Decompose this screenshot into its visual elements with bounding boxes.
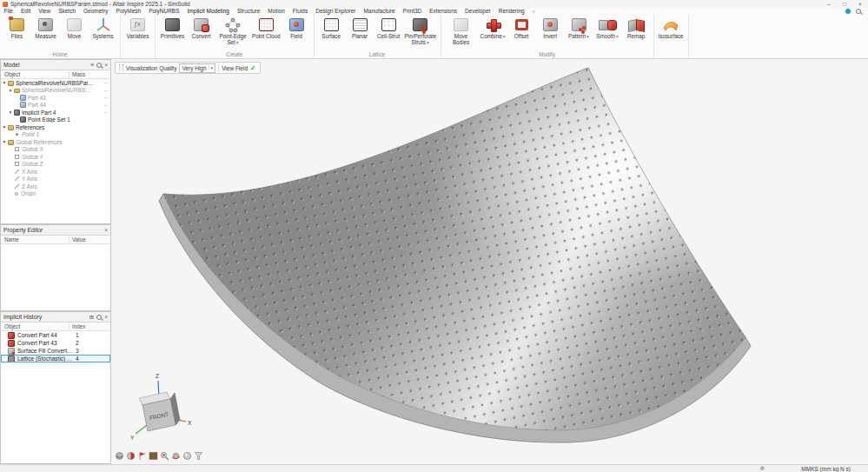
ribbon-convert-button[interactable]: Convert — [187, 16, 215, 50]
orbit-icon[interactable] — [171, 451, 181, 461]
menu-polymesh[interactable]: PolyMesh — [112, 8, 145, 15]
tree-row[interactable]: Part 44 -- — [1, 102, 110, 110]
expander-icon[interactable]: ▾ — [2, 80, 7, 85]
plane-checkbox-icon[interactable] — [15, 147, 19, 151]
ribbon-surface-button[interactable]: Surface — [317, 16, 346, 50]
tree-row[interactable]: ▾ Global References — [1, 138, 110, 146]
menu-print3d[interactable]: Print3D — [399, 8, 426, 15]
tree-row[interactable]: Point 1 — [1, 131, 110, 139]
expander-icon[interactable]: ▾ — [8, 110, 13, 115]
ribbon-files-button[interactable]: Files — [3, 16, 31, 50]
ribbon-move-button[interactable]: Move — [60, 16, 89, 50]
history-row[interactable]: Convert Part 43 2 — [1, 339, 110, 347]
shaded-sphere-icon[interactable] — [182, 451, 192, 461]
tree-row[interactable]: ▾ Implicit Part 4 -- — [1, 109, 110, 116]
ribbon-planar-button[interactable]: Planar — [346, 16, 374, 50]
menu-edit[interactable]: Edit — [17, 8, 34, 15]
ribbon-variables-button[interactable]: Variables — [123, 16, 152, 50]
ribbon-systems-button[interactable]: Systems — [89, 16, 117, 50]
minimize-button[interactable]: – — [821, 0, 837, 8]
ribbon-field-button[interactable]: Field — [282, 16, 311, 50]
grid-options-icon[interactable]: ⊞ — [89, 314, 94, 321]
ribbon-offset-button[interactable]: Offset — [507, 16, 536, 50]
menu-structure[interactable]: Structure — [233, 8, 263, 15]
tree-row[interactable]: Z Axis — [1, 183, 110, 190]
ribbon-remap-button[interactable]: Remap — [622, 16, 651, 50]
view-cube-triad[interactable]: FRONT Z X Y — [125, 370, 195, 443]
tree-row[interactable]: Global Y — [1, 153, 110, 161]
tree-row[interactable]: Point Edge Set 1 — [1, 116, 110, 124]
model-3d-view[interactable] — [111, 59, 868, 464]
ribbon-isosurface-button[interactable]: Isosurface — [657, 16, 686, 50]
menu-design-explorer[interactable]: Design Explorer — [312, 8, 360, 15]
account-icon[interactable] — [845, 9, 851, 14]
menu-sketch[interactable]: Sketch — [55, 8, 80, 15]
history-row[interactable]: Convert Part 44 1 — [1, 331, 110, 339]
menu-fluids[interactable]: Fluids — [288, 8, 311, 15]
implicit-history-panel: Implicit History ⊞ × Object Index Conver… — [0, 311, 111, 464]
unit-system[interactable]: MMKS (mm kg N s) — [801, 466, 851, 472]
tree-row[interactable]: Origin — [1, 190, 110, 198]
maximize-button[interactable]: □ — [837, 0, 852, 8]
ribbon-combine-button[interactable]: Combine▾ — [479, 16, 507, 50]
ribbon-cell-strut-button[interactable]: Cell-Strut — [374, 16, 403, 50]
view-field-check-icon[interactable]: ✓ — [250, 64, 256, 72]
tree-row[interactable]: Y Axis — [1, 176, 110, 183]
list-options-icon[interactable]: ≡ — [90, 62, 94, 68]
3d-viewport[interactable]: Visualization Quality Very High ▾ View F… — [111, 59, 868, 464]
tree-row[interactable]: ▾ SphericalRevolveNURBS... -- — [1, 87, 110, 95]
menu-geometry[interactable]: Geometry — [80, 8, 113, 15]
search-icon[interactable] — [856, 9, 861, 14]
menu-file[interactable]: File — [0, 8, 17, 15]
sphere-arrow-icon[interactable] — [115, 451, 124, 461]
expander-icon[interactable]: ▾ — [2, 139, 7, 144]
close-button[interactable]: × — [852, 0, 868, 8]
magnifier-icon[interactable] — [160, 451, 169, 461]
ribbon-measure-button[interactable]: Measure — [31, 16, 60, 50]
view-controls-toolbar — [115, 451, 203, 461]
menu-developer[interactable]: Developer — [461, 8, 495, 15]
red-flag-icon[interactable] — [137, 451, 147, 461]
menu-polynurbs[interactable]: PolyNURBS — [145, 8, 183, 15]
menu-view[interactable]: View — [35, 8, 55, 15]
point-edge-set-icon — [20, 116, 26, 123]
close-icon[interactable]: × — [104, 62, 108, 68]
ribbon-smooth-button[interactable]: Smooth▾ — [593, 16, 622, 50]
drag-handle[interactable] — [119, 64, 123, 71]
tree-row[interactable]: ▾ SphericalRevolveNURBSPar... -- — [1, 79, 110, 87]
units-crosshair-icon[interactable]: ⊕ — [759, 465, 765, 472]
red-box-icon[interactable] — [149, 451, 158, 461]
ribbon-pin-perforate-struts-button[interactable]: Pin/Perforate Struts▾ — [403, 16, 438, 50]
tree-row[interactable]: Global Z — [1, 161, 110, 169]
filter-funnel-icon[interactable] — [194, 451, 203, 461]
tree-row[interactable]: Global X — [1, 146, 110, 154]
search-icon[interactable] — [96, 63, 102, 68]
search-icon[interactable] — [96, 315, 102, 320]
ribbon-point-edge-set-button[interactable]: Point-Edge Set▾ — [215, 16, 250, 50]
ribbon-move-bodies-button[interactable]: Move Bodies — [444, 16, 479, 50]
close-icon[interactable]: × — [104, 227, 108, 233]
expander-icon[interactable]: ▾ — [8, 88, 13, 93]
menu-manufacture[interactable]: Manufacture — [360, 8, 399, 15]
ribbon-primitives-button[interactable]: Primitives — [158, 16, 187, 50]
ribbon-invert-button[interactable]: Invert — [536, 16, 565, 50]
history-row-selected[interactable]: Lattice (Stochastic) Point Edg... 4 — [1, 355, 110, 362]
add-tab-icon[interactable]: + — [528, 9, 539, 15]
half-red-sphere-icon[interactable] — [126, 451, 136, 461]
tree-row[interactable]: Part 43 -- — [1, 94, 110, 102]
ribbon-point-cloud-button[interactable]: Point Cloud — [250, 16, 282, 50]
plane-checkbox-icon[interactable] — [15, 155, 19, 159]
ribbon-pattern-button[interactable]: Pattern▾ — [565, 16, 593, 50]
menu-extensions[interactable]: Extensions — [426, 8, 461, 15]
visualization-quality-dropdown[interactable]: Very High ▾ — [179, 63, 215, 73]
property-editor-title: Property Editor — [3, 227, 43, 233]
menu-rendering[interactable]: Rendering — [494, 8, 528, 15]
close-icon[interactable]: × — [104, 314, 108, 320]
chevron-down-icon: ▾ — [503, 34, 506, 39]
tree-row[interactable]: X Axis — [1, 168, 110, 176]
plane-checkbox-icon[interactable] — [15, 162, 19, 166]
history-row[interactable]: Surface Fill Converted Part 44 3 — [1, 347, 110, 355]
tree-row[interactable]: ▾ References — [1, 123, 110, 131]
expander-icon[interactable]: ▾ — [2, 124, 7, 130]
menu-motion[interactable]: Motion — [264, 8, 289, 15]
